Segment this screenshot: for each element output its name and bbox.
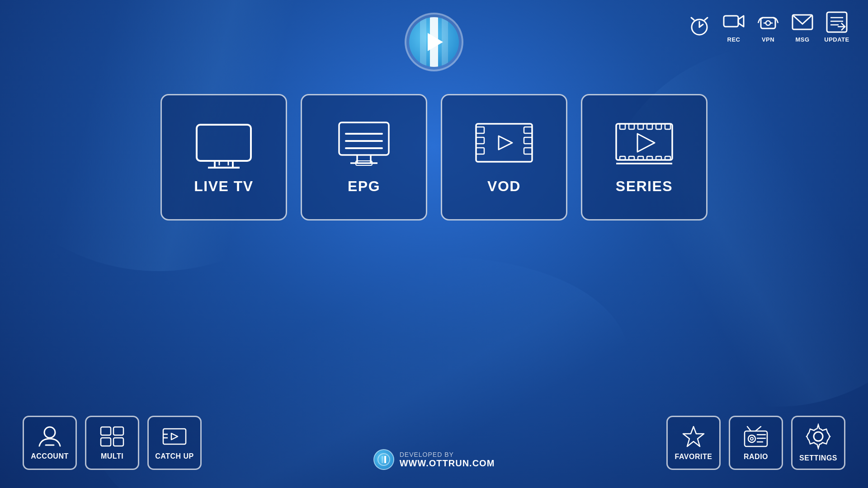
settings-label: SETTINGS xyxy=(799,454,837,462)
svg-rect-45 xyxy=(620,156,625,160)
svg-rect-6 xyxy=(761,18,775,28)
bottom-left-group: ACCOUNT MULTI xyxy=(23,416,202,470)
series-button[interactable]: SERIES xyxy=(581,94,708,221)
svg-point-53 xyxy=(44,427,55,438)
svg-rect-11 xyxy=(827,12,847,32)
radio-button[interactable]: RADIO xyxy=(729,416,783,470)
svg-rect-33 xyxy=(476,148,484,154)
catch-up-label: CATCH UP xyxy=(155,452,193,460)
svg-point-63 xyxy=(378,454,390,465)
svg-rect-50 xyxy=(665,156,670,160)
svg-line-3 xyxy=(691,18,694,20)
account-button[interactable]: ACCOUNT xyxy=(23,416,77,470)
rec-button[interactable]: REC xyxy=(721,9,747,43)
vpn-label: VPN xyxy=(762,36,774,43)
update-icon xyxy=(824,9,850,35)
developer-credit: DEVELOPED BY WWW.OTTRUN.COM xyxy=(373,449,495,470)
update-button[interactable]: UPDATE xyxy=(824,9,850,43)
epg-icon xyxy=(332,120,396,170)
settings-icon xyxy=(805,423,831,451)
svg-rect-42 xyxy=(647,124,652,129)
bottom-bar: ACCOUNT MULTI xyxy=(0,416,868,470)
msg-label: MSG xyxy=(795,36,809,43)
svg-point-75 xyxy=(814,432,823,441)
series-icon xyxy=(613,120,676,170)
msg-icon xyxy=(789,9,816,35)
vod-label: VOD xyxy=(487,178,521,195)
svg-rect-44 xyxy=(665,124,670,129)
svg-rect-22 xyxy=(339,122,389,155)
svg-line-74 xyxy=(755,427,761,431)
svg-marker-51 xyxy=(637,134,655,152)
multi-label: MULTI xyxy=(101,452,123,460)
svg-rect-41 xyxy=(638,124,643,129)
svg-rect-49 xyxy=(656,156,661,160)
catch-up-icon xyxy=(161,425,188,450)
account-label: ACCOUNT xyxy=(31,452,69,460)
svg-rect-47 xyxy=(638,156,643,160)
svg-line-4 xyxy=(705,18,708,20)
settings-button[interactable]: SETTINGS xyxy=(791,416,845,470)
svg-rect-16 xyxy=(197,125,251,161)
dev-logo-icon xyxy=(373,449,394,470)
svg-line-73 xyxy=(747,427,751,431)
radio-icon xyxy=(743,425,769,450)
multi-button[interactable]: MULTI xyxy=(85,416,139,470)
update-label: UPDATE xyxy=(824,36,849,43)
svg-marker-37 xyxy=(499,136,512,150)
header: REC VPN xyxy=(0,0,868,71)
svg-rect-34 xyxy=(524,127,532,133)
live-tv-label: LIVE TV xyxy=(194,178,253,195)
rec-icon xyxy=(721,9,747,35)
dev-url: WWW.OTTRUN.COM xyxy=(400,458,495,469)
live-tv-button[interactable]: LIVE TV xyxy=(160,94,287,221)
catch-up-button[interactable]: CATCH UP xyxy=(147,416,202,470)
multi-icon xyxy=(99,425,125,450)
svg-rect-39 xyxy=(620,124,625,129)
live-tv-icon xyxy=(192,120,255,170)
vod-button[interactable]: VOD xyxy=(441,94,567,221)
top-toolbar: REC VPN xyxy=(686,9,850,43)
svg-rect-46 xyxy=(629,156,634,160)
alarm-button[interactable] xyxy=(686,13,712,39)
play-icon xyxy=(428,33,443,51)
svg-point-68 xyxy=(748,435,755,442)
svg-rect-56 xyxy=(113,427,123,435)
svg-rect-36 xyxy=(524,148,532,154)
vpn-button[interactable]: VPN xyxy=(755,9,781,43)
radio-label: RADIO xyxy=(744,453,768,461)
vod-icon xyxy=(472,120,536,170)
epg-button[interactable]: EPG xyxy=(301,94,427,221)
app-logo xyxy=(405,13,463,71)
svg-marker-60 xyxy=(171,433,178,440)
svg-rect-32 xyxy=(476,137,484,144)
rec-label: REC xyxy=(727,36,741,43)
series-label: SERIES xyxy=(616,178,673,195)
msg-button[interactable]: MSG xyxy=(789,9,816,43)
bottom-right-group: FAVORITE RADI xyxy=(666,416,845,470)
svg-rect-59 xyxy=(163,429,186,444)
svg-rect-57 xyxy=(101,438,111,446)
favorite-label: FAVORITE xyxy=(675,453,712,461)
epg-label: EPG xyxy=(348,178,380,195)
svg-rect-64 xyxy=(382,456,383,463)
svg-marker-66 xyxy=(683,427,704,446)
favorite-icon xyxy=(680,425,707,450)
svg-rect-31 xyxy=(476,127,484,133)
svg-rect-5 xyxy=(724,16,738,27)
svg-rect-58 xyxy=(113,438,123,446)
svg-rect-65 xyxy=(384,456,386,463)
svg-rect-35 xyxy=(524,137,532,144)
svg-rect-40 xyxy=(629,124,634,129)
alarm-icon xyxy=(686,13,712,39)
svg-point-69 xyxy=(750,437,753,440)
favorite-button[interactable]: FAVORITE xyxy=(666,416,721,470)
svg-rect-55 xyxy=(101,427,111,435)
svg-rect-48 xyxy=(647,156,652,160)
svg-rect-43 xyxy=(656,124,661,129)
account-icon xyxy=(37,425,63,450)
svg-point-7 xyxy=(766,21,770,25)
vpn-icon xyxy=(755,9,781,35)
main-menu: LIVE TV EPG xyxy=(160,94,708,221)
dev-prefix: DEVELOPED BY xyxy=(400,451,495,458)
